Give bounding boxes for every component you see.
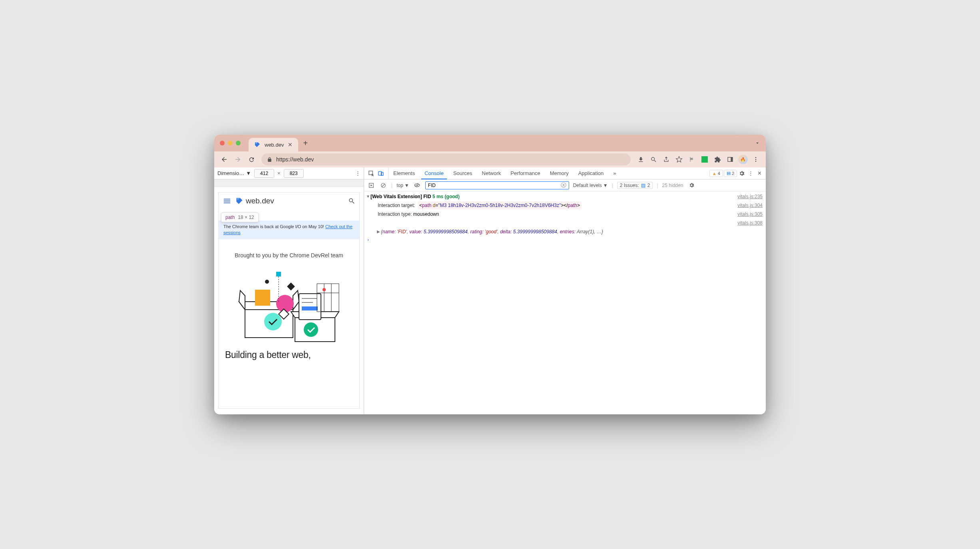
inspect-icon[interactable] <box>367 169 375 177</box>
menu-icon[interactable] <box>750 153 762 165</box>
svg-marker-8 <box>293 290 299 310</box>
times-label: × <box>277 170 281 176</box>
device-options-icon[interactable]: ⋮ <box>355 170 361 176</box>
hero-illustration <box>219 266 359 346</box>
live-expression-icon[interactable] <box>413 181 421 189</box>
zoom-icon[interactable] <box>647 153 659 165</box>
extensions-icon[interactable] <box>711 153 723 165</box>
warning-icon: ▲ <box>712 171 717 176</box>
download-icon[interactable] <box>635 153 647 165</box>
source-link[interactable]: vitals.js:235 <box>729 193 763 201</box>
hidden-count[interactable]: 25 hidden <box>662 183 683 188</box>
log-entry[interactable]: Interaction type: mousedown vitals.js:30… <box>364 210 766 219</box>
address-bar[interactable]: https://web.dev <box>261 153 631 165</box>
reload-button[interactable] <box>245 153 257 165</box>
tabs-menu-icon[interactable] <box>755 140 760 146</box>
source-link[interactable]: vitals.js:304 <box>729 201 763 209</box>
tab-console[interactable]: Console <box>420 167 448 179</box>
svg-point-4 <box>755 161 757 162</box>
svg-point-2 <box>755 157 757 158</box>
log-entry[interactable]: ▼ [Web Vitals Extension] FID 5 ms (good)… <box>364 192 766 201</box>
browser-tab[interactable]: web.dev ✕ <box>249 138 298 151</box>
expand-icon[interactable]: ▼ <box>366 193 370 201</box>
source-link[interactable]: vitals.js:305 <box>729 210 763 218</box>
tab-memory[interactable]: Memory <box>545 167 574 179</box>
share-icon[interactable] <box>660 153 672 165</box>
devtools: Elements Console Sources Network Perform… <box>364 167 766 414</box>
svg-point-23 <box>323 288 326 291</box>
svg-marker-7 <box>239 290 245 310</box>
svg-rect-24 <box>276 272 281 276</box>
profile-avatar[interactable]: 🔥 <box>737 153 749 165</box>
site-logo[interactable]: web.dev <box>235 197 274 205</box>
close-tab-icon[interactable]: ✕ <box>288 141 293 148</box>
settings-icon[interactable] <box>738 169 746 177</box>
width-input[interactable] <box>254 169 274 178</box>
tabs-overflow-icon[interactable]: » <box>608 167 621 179</box>
page-preview: web.dev path 18 × 12 The Chrome team is … <box>218 192 360 409</box>
device-toggle-icon[interactable] <box>377 169 385 177</box>
page-header: web.dev <box>219 193 359 209</box>
dimensions-dropdown[interactable]: Dimensio… ▼ <box>217 170 251 176</box>
message-icon: ▤ <box>641 183 645 188</box>
svg-rect-9 <box>255 290 270 306</box>
minimize-window-icon[interactable] <box>228 141 233 145</box>
lock-icon <box>267 157 272 162</box>
warnings-badge[interactable]: ▲4 <box>709 170 723 177</box>
height-input[interactable] <box>284 169 304 178</box>
tab-sources[interactable]: Sources <box>448 167 477 179</box>
log-entry[interactable]: ▶ {name: 'FID', value: 5.399999998509884… <box>364 227 766 236</box>
browser-window: web.dev ✕ + https://web.dev 🔥 <box>214 135 766 414</box>
messages-badge[interactable]: ▤2 <box>724 170 737 177</box>
console-settings-icon[interactable] <box>689 182 695 188</box>
html-element-chip[interactable]: <path d="M3 18h18v-2H3v2zm0-5h18v-2H3v2z… <box>418 201 582 209</box>
tab-network[interactable]: Network <box>477 167 506 179</box>
svg-point-3 <box>755 159 757 160</box>
context-selector[interactable]: top ▼ <box>396 183 409 188</box>
svg-rect-1 <box>731 157 733 162</box>
announcement-banner: The Chrome team is back at Google I/O on… <box>219 221 359 239</box>
expand-icon[interactable]: ▶ <box>376 228 381 236</box>
tab-application[interactable]: Application <box>574 167 609 179</box>
search-icon[interactable] <box>348 197 355 205</box>
tab-performance[interactable]: Performance <box>506 167 545 179</box>
devtools-menu-icon[interactable]: ⋮ <box>747 169 755 177</box>
extension-green-icon[interactable] <box>699 153 711 165</box>
filter-field[interactable] <box>428 183 561 188</box>
log-levels-dropdown[interactable]: Default levels ▼ <box>573 183 608 188</box>
new-tab-button[interactable]: + <box>303 139 308 148</box>
clear-filter-icon[interactable]: ⓧ <box>561 182 566 189</box>
element-tooltip: path 18 × 12 <box>221 213 259 222</box>
toolbar: https://web.dev 🔥 <box>214 151 766 167</box>
back-button[interactable] <box>218 153 230 165</box>
tab-elements[interactable]: Elements <box>388 167 420 179</box>
svg-point-11 <box>264 313 282 330</box>
ruler <box>214 179 364 187</box>
bookmark-icon[interactable] <box>673 153 685 165</box>
url-text: https://web.dev <box>276 156 314 163</box>
window-controls <box>220 141 241 145</box>
close-window-icon[interactable] <box>220 141 225 145</box>
close-devtools-icon[interactable]: ✕ <box>755 169 763 177</box>
menu-hamburger-icon[interactable] <box>223 197 231 205</box>
issues-button[interactable]: 2 Issues: ▤ 2 <box>617 182 653 189</box>
maximize-window-icon[interactable] <box>236 141 241 145</box>
svg-point-35 <box>416 185 418 186</box>
svg-rect-18 <box>302 306 318 310</box>
console-prompt[interactable]: › <box>364 236 766 243</box>
play-icon[interactable] <box>367 181 375 189</box>
tab-strip: web.dev ✕ + <box>214 135 766 151</box>
svg-rect-26 <box>287 282 295 290</box>
source-link[interactable]: vitals.js:308 <box>729 219 763 227</box>
filter-input[interactable]: ⓧ <box>425 181 569 189</box>
svg-point-14 <box>304 322 318 337</box>
flag-icon[interactable] <box>686 153 698 165</box>
clear-console-icon[interactable] <box>379 181 387 189</box>
log-entry[interactable]: Interaction target: <path d="M3 18h18v-2… <box>364 201 766 210</box>
toolbar-icons: 🔥 <box>635 153 762 165</box>
sidepanel-icon[interactable] <box>724 153 736 165</box>
page-heading: Building a better web, <box>219 346 359 360</box>
dimensions-bar: Dimensio… ▼ × ⋮ <box>214 167 364 179</box>
log-entry[interactable]: vitals.js:308 <box>364 219 766 227</box>
forward-button[interactable] <box>232 153 244 165</box>
